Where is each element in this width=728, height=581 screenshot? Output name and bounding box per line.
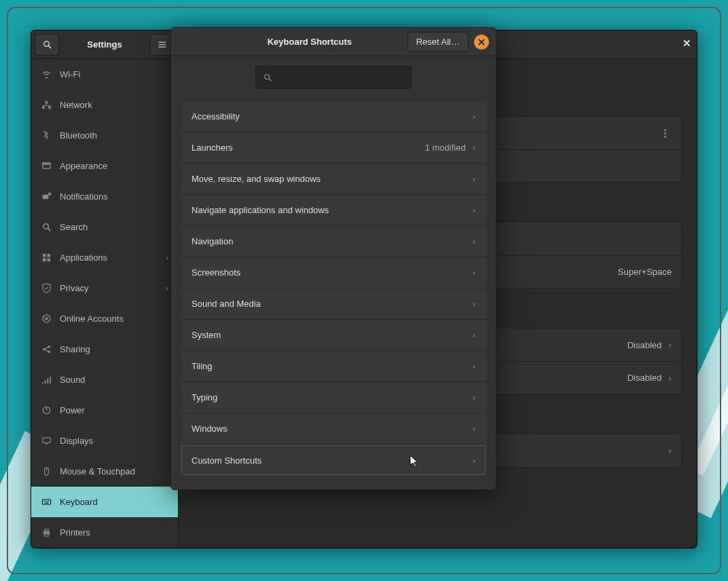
sidebar-item-displays[interactable]: Displays	[31, 426, 178, 456]
category-item[interactable]: Navigation›	[181, 226, 486, 257]
chevron-right-icon: ›	[473, 174, 475, 184]
chevron-right-icon: ›	[473, 205, 475, 215]
category-item[interactable]: Windows›	[181, 413, 486, 445]
category-label: Launchers	[192, 143, 233, 153]
svg-rect-2	[159, 41, 166, 42]
svg-rect-34	[45, 501, 46, 502]
sidebar-item-sound[interactable]: Sound	[31, 364, 178, 395]
category-label: Tiling	[192, 361, 213, 371]
svg-rect-28	[42, 438, 50, 443]
sidebar-item-privacy[interactable]: Privacy›	[31, 273, 178, 303]
svg-rect-25	[47, 379, 48, 384]
keyboard-icon	[41, 497, 52, 508]
svg-rect-35	[46, 501, 47, 502]
displays-icon	[41, 436, 52, 447]
sidebar-item-online[interactable]: Online Accounts	[31, 303, 178, 334]
sidebar-item-label: Printers	[60, 527, 90, 538]
svg-rect-39	[44, 529, 48, 531]
svg-point-20	[42, 348, 45, 351]
svg-rect-36	[48, 501, 49, 502]
search-field[interactable]	[278, 73, 404, 83]
svg-rect-24	[44, 380, 46, 383]
sidebar-item-label: Keyboard	[60, 497, 98, 507]
svg-rect-4	[159, 46, 166, 47]
sidebar-item-label: Sharing	[60, 344, 90, 354]
category-item[interactable]: Custom Shortcuts›	[181, 445, 486, 476]
online-icon	[41, 314, 52, 324]
svg-line-44	[269, 79, 272, 81]
category-item[interactable]: Tiling›	[181, 351, 486, 382]
search-button[interactable]	[35, 34, 59, 56]
category-item[interactable]: Accessibility›	[181, 101, 486, 132]
disabled-value: Disabled	[627, 340, 662, 350]
svg-rect-5	[41, 106, 44, 109]
category-label: System	[192, 330, 221, 340]
shortcut-value: Super+Space	[618, 267, 672, 277]
svg-point-12	[43, 224, 48, 229]
category-item[interactable]: Move, resize, and swap windows›	[181, 164, 486, 195]
sidebar-item-label: Privacy	[60, 283, 89, 293]
svg-point-0	[43, 41, 49, 47]
sidebar-item-mouse[interactable]: Mouse & Touchpad	[31, 456, 178, 487]
sidebar-item-bluetooth[interactable]: Bluetooth	[31, 120, 178, 151]
category-item[interactable]: Screenshots›	[181, 257, 486, 288]
disabled-value: Disabled	[627, 373, 662, 383]
sidebar-item-label: Applications	[60, 252, 107, 263]
sidebar-item-label: Notifications	[60, 191, 108, 202]
category-item[interactable]: Launchers1 modified›	[181, 132, 486, 164]
sidebar-item-label: Sound	[60, 375, 86, 385]
applications-icon	[41, 252, 52, 263]
svg-rect-15	[47, 254, 50, 257]
sidebar-item-sharing[interactable]: Sharing	[31, 334, 178, 364]
kebab-icon[interactable]	[658, 129, 672, 138]
app-title: Settings	[62, 39, 147, 50]
svg-rect-32	[42, 500, 50, 505]
sidebar-item-search[interactable]: Search	[31, 212, 178, 242]
category-item[interactable]: Navigate applications and windows›	[181, 195, 486, 226]
chevron-right-icon: ›	[473, 361, 475, 371]
sidebar-item-network[interactable]: Network	[31, 90, 178, 120]
chevron-right-icon: ›	[473, 424, 475, 434]
category-label: Windows	[192, 424, 228, 434]
svg-line-1	[48, 45, 51, 48]
sidebar-item-label: Appearance	[60, 161, 107, 171]
svg-rect-14	[42, 254, 46, 257]
chevron-right-icon: ›	[473, 143, 475, 153]
category-item[interactable]: Sound and Media›	[181, 288, 486, 320]
svg-rect-7	[45, 101, 48, 104]
sidebar-item-label: Search	[60, 222, 88, 232]
sidebar-item-applications[interactable]: Applications›	[31, 242, 178, 273]
category-item[interactable]: System›	[181, 320, 486, 351]
chevron-right-icon: ›	[473, 392, 475, 402]
window-close-button[interactable]: ✕	[682, 37, 691, 50]
svg-point-21	[48, 345, 50, 348]
chevron-right-icon: ›	[668, 339, 672, 350]
svg-rect-33	[43, 501, 44, 502]
dialog-title: Keyboard Shortcuts	[212, 37, 407, 47]
svg-rect-29	[45, 443, 48, 444]
svg-rect-26	[50, 377, 51, 383]
svg-point-11	[48, 192, 51, 195]
sidebar-item-wifi[interactable]: Wi-Fi	[31, 59, 178, 90]
network-icon	[41, 100, 52, 111]
privacy-icon	[41, 283, 52, 294]
svg-rect-3	[159, 44, 166, 45]
modified-badge: 1 modified	[425, 143, 466, 153]
sidebar-item-keyboard[interactable]: Keyboard	[31, 487, 178, 517]
reset-all-button[interactable]: Reset All…	[407, 32, 469, 52]
sidebar-item-label: Wi-Fi	[60, 69, 80, 79]
dialog-close-button[interactable]	[474, 35, 489, 50]
sidebar-item-label: Bluetooth	[60, 130, 97, 140]
chevron-right-icon: ›	[668, 373, 672, 383]
mouse-icon	[41, 466, 52, 477]
shortcut-search-input[interactable]	[255, 66, 412, 89]
sidebar-item-notifications[interactable]: Notifications	[31, 181, 178, 212]
sidebar-item-appearance[interactable]: Appearance	[31, 151, 178, 181]
sidebar-item-power[interactable]: Power	[31, 395, 178, 426]
notifications-icon	[41, 191, 52, 202]
category-label: Navigate applications and windows	[192, 205, 329, 215]
sidebar-item-printers[interactable]: Printers	[31, 517, 178, 548]
sharing-icon	[41, 344, 52, 355]
printers-icon	[41, 527, 52, 538]
category-item[interactable]: Typing›	[181, 382, 486, 413]
